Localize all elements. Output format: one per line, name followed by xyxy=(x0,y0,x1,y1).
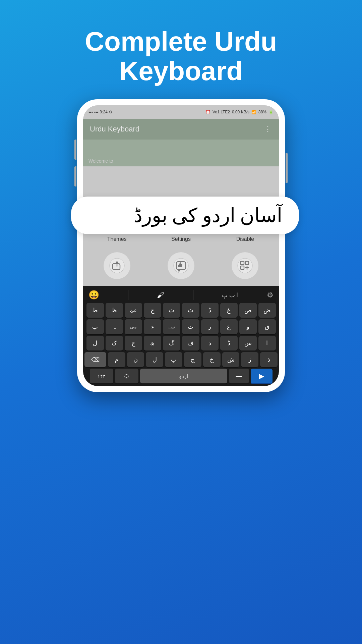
space-key[interactable]: اردو xyxy=(140,369,227,383)
key-re[interactable]: ر xyxy=(201,319,219,334)
key-ye[interactable]: می xyxy=(125,319,142,334)
key-daal[interactable]: د xyxy=(201,336,219,351)
key-daal2[interactable]: ڈ xyxy=(220,336,238,351)
key-khe[interactable]: خ xyxy=(203,352,221,367)
signal-label: Vo1 LTE2 xyxy=(213,110,230,114)
key-kaaf[interactable]: ک xyxy=(106,336,123,351)
key-ain[interactable]: ع xyxy=(220,319,238,334)
key-wao[interactable]: و xyxy=(239,319,257,334)
more-apps-icon xyxy=(236,257,254,274)
svg-point-29 xyxy=(238,258,252,273)
key-te[interactable]: ت xyxy=(182,319,199,334)
key-fe[interactable]: ف xyxy=(182,336,199,351)
key-ze[interactable]: ز xyxy=(241,352,258,367)
key-se[interactable]: سے xyxy=(163,319,180,334)
send-key[interactable]: ▶ xyxy=(251,369,273,383)
urdu-text: آسان اردو کی بورڈ xyxy=(88,204,282,227)
key-he[interactable]: ہ xyxy=(106,319,123,334)
key-haa[interactable]: ح xyxy=(144,303,161,318)
dash-key[interactable]: — xyxy=(229,369,249,383)
keyboard-row-1: ط ظ ع‍ئ ح ث ٹ ڈ غ ص ض xyxy=(84,303,278,318)
keyboard-row-3: ل ک ج ھ گ ف د ڈ س ا xyxy=(84,336,278,351)
key-ghain[interactable]: غ xyxy=(220,303,238,318)
key-ddaal[interactable]: ڈ xyxy=(201,303,219,318)
key-pe[interactable]: پ xyxy=(86,319,104,334)
key-seen[interactable]: س xyxy=(239,336,257,351)
more-apps-icon-item[interactable] xyxy=(215,249,276,282)
signal-icon: ▪▪▪ xyxy=(88,110,93,114)
key-suad[interactable]: ص xyxy=(239,303,257,318)
key-laam2[interactable]: ل xyxy=(146,352,163,367)
disable-label: Disable xyxy=(236,236,254,242)
key-ain-ye[interactable]: ع‍ئ xyxy=(125,303,142,318)
title-line2: Keyboard xyxy=(119,56,243,86)
keyboard-row-4: ⌫ م ن ل ب چ خ ش ز ذ xyxy=(84,352,278,367)
key-duad[interactable]: ض xyxy=(258,303,276,318)
power-button xyxy=(286,153,288,183)
key-thaa[interactable]: ث xyxy=(163,303,180,318)
key-alef[interactable]: ا xyxy=(258,336,276,351)
divider1 xyxy=(128,290,128,300)
rate-icon xyxy=(172,257,190,274)
settings-label: Settings xyxy=(171,236,191,242)
share-icon-circle xyxy=(104,252,130,279)
header-title: Complete Urdu Keyboard xyxy=(71,27,290,86)
status-right: ⏰ Vo1 LTE2 0.00 KB/s 📶 88% 🔋 xyxy=(205,110,274,114)
time-display: 9:24 xyxy=(100,110,108,114)
emoji-bottom-key[interactable]: ☺ xyxy=(115,369,138,383)
settings-icon-small: ⚙ xyxy=(109,110,113,114)
key-chay[interactable]: چ xyxy=(184,352,201,367)
key-qaf[interactable]: ق xyxy=(258,319,276,334)
key-gaaf[interactable]: گ xyxy=(163,336,180,351)
app-header-bar: Urdu Keyboard ⋮ xyxy=(83,119,279,140)
backspace-key[interactable]: ⌫ xyxy=(84,352,106,367)
app-title: Urdu Keyboard xyxy=(90,125,139,133)
phone-screen: ▪▪▪ ▪▪▪ 9:24 ⚙ ⏰ Vo1 LTE2 0.00 KB/s 📶 88… xyxy=(83,105,279,386)
key-zhaa[interactable]: ظ xyxy=(106,303,123,318)
phone-frame: ▪▪▪ ▪▪▪ 9:24 ⚙ ⏰ Vo1 LTE2 0.00 KB/s 📶 88… xyxy=(77,99,285,392)
text-area[interactable]: Welcome to xyxy=(83,140,279,166)
alarm-icon: ⏰ xyxy=(205,110,210,114)
themes-label: Themes xyxy=(107,236,127,242)
key-be[interactable]: ب xyxy=(165,352,182,367)
key-jeem[interactable]: ج xyxy=(125,336,142,351)
wifi-icon: 📶 xyxy=(251,110,256,114)
keyboard-settings-button[interactable]: ⚙ xyxy=(267,291,274,300)
rate-icon-item[interactable] xyxy=(150,249,211,282)
key-noon[interactable]: ن xyxy=(127,352,144,367)
share-icon xyxy=(108,257,126,274)
key-laam[interactable]: ل xyxy=(86,336,104,351)
key-ttaa[interactable]: ٹ xyxy=(182,303,199,318)
data-rate: 0.00 KB/s xyxy=(232,110,249,114)
keyboard-row-2: پ ہ می ء سے ت ر ع و ق xyxy=(84,319,278,334)
key-hamza[interactable]: ء xyxy=(144,319,161,334)
rate-icon-circle xyxy=(168,252,194,279)
volume-down-button xyxy=(74,166,76,186)
more-apps-icon-circle xyxy=(232,252,258,279)
keyboard-emoji-button[interactable]: 😀 xyxy=(88,290,99,300)
divider2 xyxy=(193,290,193,300)
num-key[interactable]: ١٢٣ xyxy=(90,369,113,383)
keyboard-top-bar: 😀 🖌 ا ب پ ⚙ xyxy=(84,288,278,303)
battery-label: 88% xyxy=(258,110,266,114)
key-zaal[interactable]: ذ xyxy=(260,352,278,367)
overflow-menu-button[interactable]: ⋮ xyxy=(264,125,272,133)
keyboard-brush-button[interactable]: 🖌 xyxy=(157,291,164,300)
battery-icon: 🔋 xyxy=(268,110,274,114)
title-line1: Complete Urdu xyxy=(85,26,277,56)
phone-mockup: آسان اردو کی بورڈ ▪▪▪ ▪▪▪ 9:24 ⚙ ⏰ Vo1 L… xyxy=(77,99,285,392)
keyboard-bottom-row: ١٢٣ ☺ اردو — ▶ xyxy=(84,369,278,383)
spacer xyxy=(83,166,279,197)
share-icon-item[interactable] xyxy=(86,249,147,282)
key-do-chashmi[interactable]: ھ xyxy=(144,336,161,351)
status-left: ▪▪▪ ▪▪▪ 9:24 ⚙ xyxy=(88,110,113,114)
urdu-speech-bubble: آسان اردو کی بورڈ xyxy=(71,197,299,234)
key-taa[interactable]: ط xyxy=(86,303,104,318)
urdu-script-label: ا ب پ xyxy=(222,291,238,299)
svg-rect-28 xyxy=(178,265,179,267)
keyboard-area: 😀 🖌 ا ب پ ⚙ ط ظ ع‍ئ ح ث ٹ ڈ غ xyxy=(83,286,279,386)
key-sheen[interactable]: ش xyxy=(222,352,240,367)
key-meem[interactable]: م xyxy=(108,352,125,367)
volume-up-button xyxy=(74,140,76,160)
welcome-text: Welcome to xyxy=(88,158,113,164)
